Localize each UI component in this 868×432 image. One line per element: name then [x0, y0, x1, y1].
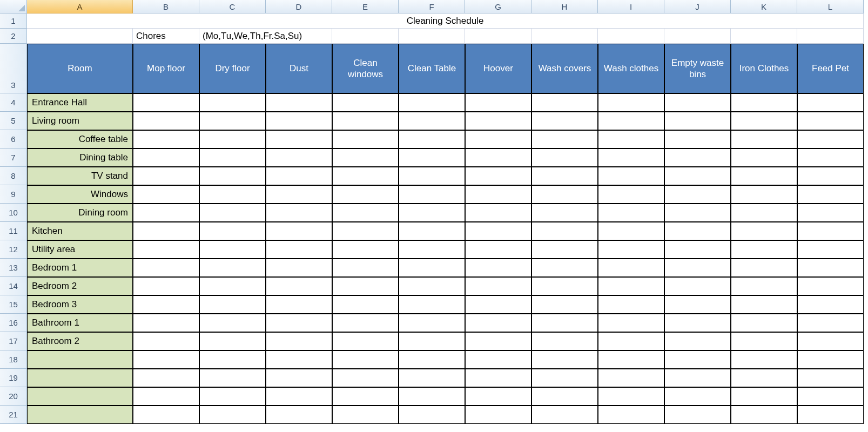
cell-j4[interactable] [664, 93, 731, 112]
room-label-row-21[interactable] [27, 406, 133, 424]
cell-k10[interactable] [731, 204, 797, 222]
cell-f13[interactable] [399, 259, 465, 277]
cell-i11[interactable] [598, 222, 664, 240]
cell-e8[interactable] [332, 167, 399, 185]
cell-c17[interactable] [199, 332, 266, 350]
cell-h6[interactable] [531, 130, 598, 148]
cell-k15[interactable] [731, 295, 797, 314]
cell-e20[interactable] [332, 387, 399, 406]
row-header-21[interactable]: 21 [0, 406, 27, 424]
cell-h5[interactable] [531, 112, 598, 130]
cell-b11[interactable] [133, 222, 199, 240]
row-header-20[interactable]: 20 [0, 387, 27, 406]
cell-h8[interactable] [531, 167, 598, 185]
cell-j5[interactable] [664, 112, 731, 130]
cell-k9[interactable] [731, 185, 797, 204]
row-header-5[interactable]: 5 [0, 112, 27, 130]
cell-l8[interactable] [797, 167, 864, 185]
cell-h18[interactable] [531, 350, 598, 369]
cell-l5[interactable] [797, 112, 864, 130]
cell-d17[interactable] [266, 332, 332, 350]
cell-b7[interactable] [133, 148, 199, 167]
cell-row2-empty[interactable] [797, 29, 864, 44]
cell-k21[interactable] [731, 406, 797, 424]
cell-i6[interactable] [598, 130, 664, 148]
row-header-2[interactable]: 2 [0, 29, 27, 44]
cell-d21[interactable] [266, 406, 332, 424]
row-header-19[interactable]: 19 [0, 369, 27, 387]
room-label-row-8[interactable]: TV stand [27, 167, 133, 185]
row-header-9[interactable]: 9 [0, 185, 27, 204]
room-label-row-15[interactable]: Bedroom 3 [27, 295, 133, 314]
cell-h10[interactable] [531, 204, 598, 222]
cell-c8[interactable] [199, 167, 266, 185]
table-header-dry-floor[interactable]: Dry floor [199, 44, 266, 93]
select-all-corner[interactable] [0, 0, 27, 14]
cell-g7[interactable] [465, 148, 531, 167]
cell-e9[interactable] [332, 185, 399, 204]
cell-f5[interactable] [399, 112, 465, 130]
cell-e11[interactable] [332, 222, 399, 240]
row-header-3[interactable]: 3 [0, 44, 27, 93]
cell-d8[interactable] [266, 167, 332, 185]
room-label-row-6[interactable]: Coffee table [27, 130, 133, 148]
cell-k14[interactable] [731, 277, 797, 295]
row-header-18[interactable]: 18 [0, 350, 27, 369]
cell-row2-empty[interactable] [731, 29, 797, 44]
cell-b8[interactable] [133, 167, 199, 185]
cell-l15[interactable] [797, 295, 864, 314]
cell-d11[interactable] [266, 222, 332, 240]
room-label-row-12[interactable]: Utility area [27, 240, 133, 259]
cell-k13[interactable] [731, 259, 797, 277]
cell-h11[interactable] [531, 222, 598, 240]
cell-g11[interactable] [465, 222, 531, 240]
cell-f19[interactable] [399, 369, 465, 387]
cell-j9[interactable] [664, 185, 731, 204]
cell-l16[interactable] [797, 314, 864, 332]
cell-c19[interactable] [199, 369, 266, 387]
cell-g17[interactable] [465, 332, 531, 350]
cell-f7[interactable] [399, 148, 465, 167]
cell-e18[interactable] [332, 350, 399, 369]
cell-g21[interactable] [465, 406, 531, 424]
cell-j14[interactable] [664, 277, 731, 295]
table-header-clean-windows[interactable]: Clean windows [332, 44, 399, 93]
cell-l7[interactable] [797, 148, 864, 167]
cell-k7[interactable] [731, 148, 797, 167]
room-label-row-10[interactable]: Dining room [27, 204, 133, 222]
cell-h17[interactable] [531, 332, 598, 350]
cell-d19[interactable] [266, 369, 332, 387]
cell-i15[interactable] [598, 295, 664, 314]
cell-l10[interactable] [797, 204, 864, 222]
cell-i4[interactable] [598, 93, 664, 112]
cell-i8[interactable] [598, 167, 664, 185]
cell-l11[interactable] [797, 222, 864, 240]
cell-i7[interactable] [598, 148, 664, 167]
cell-g19[interactable] [465, 369, 531, 387]
room-label-row-19[interactable] [27, 369, 133, 387]
cell-h15[interactable] [531, 295, 598, 314]
cell-b12[interactable] [133, 240, 199, 259]
cell-f6[interactable] [399, 130, 465, 148]
cell-j18[interactable] [664, 350, 731, 369]
row-header-17[interactable]: 17 [0, 332, 27, 350]
cell-row2-empty[interactable] [465, 29, 531, 44]
cell-j17[interactable] [664, 332, 731, 350]
cell-d9[interactable] [266, 185, 332, 204]
cell-b20[interactable] [133, 387, 199, 406]
cell-b10[interactable] [133, 204, 199, 222]
cell-c11[interactable] [199, 222, 266, 240]
room-label-row-9[interactable]: Windows [27, 185, 133, 204]
table-header-clean-table[interactable]: Clean Table [399, 44, 465, 93]
cell-e10[interactable] [332, 204, 399, 222]
cell-b14[interactable] [133, 277, 199, 295]
cell-b21[interactable] [133, 406, 199, 424]
cell-i14[interactable] [598, 277, 664, 295]
cell-c12[interactable] [199, 240, 266, 259]
cell-e21[interactable] [332, 406, 399, 424]
cell-d16[interactable] [266, 314, 332, 332]
cell-g4[interactable] [465, 93, 531, 112]
cell-g14[interactable] [465, 277, 531, 295]
cell-j21[interactable] [664, 406, 731, 424]
cell-c10[interactable] [199, 204, 266, 222]
